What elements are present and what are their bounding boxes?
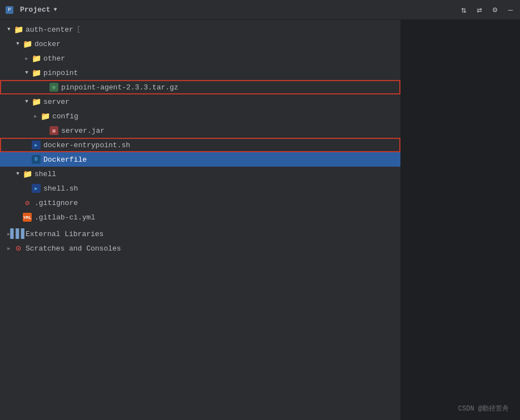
folder-icon-server: 📁 [31,97,41,107]
tree-item-external-libraries[interactable]: ▶ ▋▋▋ External Libraries [0,227,400,241]
tree-item-server-jar[interactable]: ▦ server.jar [0,123,400,138]
folder-icon-docker: 📁 [22,39,32,49]
tree-item-docker-entrypoint[interactable]: ▶ docker-entrypoint.sh [0,138,400,152]
file-icon-docker-entrypoint: ▶ [31,140,41,150]
tree-item-scratches[interactable]: ▶ ⊙ Scratches and Consoles [0,241,400,256]
tree-item-pinpoint[interactable]: ▼ 📁 pinpoint [0,66,400,80]
arrow-config: ▶ [31,112,40,121]
arrow-scratches: ▶ [4,244,13,253]
project-folder-icon: P [4,5,14,15]
label-config: config [52,112,78,121]
folder-icon-other: 📁 [31,53,41,63]
label-docker-entrypoint: docker-entrypoint.sh [43,141,130,149]
label-pinpoint: pinpoint [43,69,78,77]
arrow-other: ▶ [22,54,31,63]
file-icon-gitignore: ⊘ [22,198,32,208]
label-auth-center: auth-center [26,26,73,34]
arrow-pinpoint: ▼ [22,68,31,77]
icon-scratches: ⊙ [13,243,23,253]
tree-item-auth-center[interactable]: ▼ 📁 auth-center [ [0,22,400,37]
label-server: server [43,98,70,106]
tree-item-pinpoint-agent[interactable]: ⚙ pinpoint-agent-2.3.3.tar.gz [0,80,400,94]
label-scratches: Scratches and Consoles [26,244,121,253]
minimize-button[interactable]: — [506,5,516,15]
auth-center-extra: [ [77,26,81,33]
toolbar-actions: ⇅ ⇄ ⚙ — [459,5,516,15]
tree-item-shell-sh[interactable]: ▶ shell.sh [0,181,400,196]
folder-icon-config: 📁 [40,111,50,121]
tree-item-gitlab-ci[interactable]: YML .gitlab-ci.yml [0,210,400,224]
folder-icon-shell: 📁 [22,169,32,179]
right-panel [400,20,520,420]
toolbar: P Project ▼ ⇅ ⇄ ⚙ — [0,0,520,20]
tree-item-server[interactable]: ▼ 📁 server [0,94,400,109]
folder-icon-auth-center: 📁 [13,24,23,34]
label-external-libraries: External Libraries [26,230,103,238]
label-gitignore: .gitignore [34,199,78,207]
tree-item-gitignore[interactable]: ⊘ .gitignore [0,196,400,210]
tree-item-other[interactable]: ▶ 📁 other [0,51,400,66]
label-server-jar: server.jar [61,127,105,135]
file-icon-targz: ⚙ [49,82,59,92]
label-gitlab-ci: .gitlab-ci.yml [34,213,95,222]
label-docker: docker [34,40,61,48]
arrow-server: ▼ [22,97,31,106]
watermark: CSDN @勤径苦舟 [458,404,509,413]
file-icon-jar: ▦ [49,126,59,136]
file-tree[interactable]: ▼ 📁 auth-center [ ▼ 📁 docker ▶ [0,20,400,420]
tree-item-docker[interactable]: ▼ 📁 docker [0,37,400,51]
folder-icon-pinpoint: 📁 [31,68,41,78]
arrow-auth-center: ▼ [4,25,13,34]
icon-external-libraries: ▋▋▋ [13,229,23,239]
expand-all-button[interactable]: ⇄ [474,5,484,15]
label-pinpoint-agent: pinpoint-agent-2.3.3.tar.gz [61,83,179,92]
label-other: other [43,54,65,63]
tree-item-config[interactable]: ▶ 📁 config [0,109,400,123]
file-icon-dockerfile: D [31,154,41,164]
panel-title: Project [20,6,51,14]
tree-item-dockerfile[interactable]: D Dockerfile [0,152,400,167]
arrow-shell: ▼ [13,169,22,178]
collapse-all-button[interactable]: ⇅ [459,5,469,15]
label-shell-sh: shell.sh [43,184,78,193]
arrow-docker: ▼ [13,39,22,48]
main-layout: ▼ 📁 auth-center [ ▼ 📁 docker ▶ [0,20,520,420]
settings-button[interactable]: ⚙ [490,5,500,15]
file-icon-gitlab-ci: YML [22,212,32,222]
file-icon-shell-sh: ▶ [31,183,41,193]
label-shell: shell [34,170,56,178]
label-dockerfile: Dockerfile [43,156,87,164]
tree-item-shell[interactable]: ▼ 📁 shell [0,167,400,181]
dropdown-arrow[interactable]: ▼ [54,7,57,13]
